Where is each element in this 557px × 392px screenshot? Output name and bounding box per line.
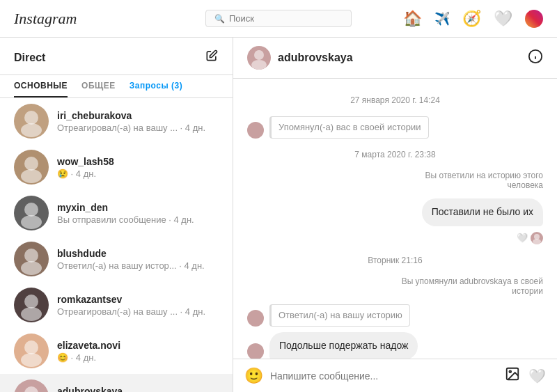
msg-avatar: [247, 122, 264, 139]
emoji-button[interactable]: 🙂: [244, 367, 263, 385]
svg-point-9: [21, 307, 42, 321]
chat-avatar: [247, 46, 271, 70]
image-icon[interactable]: [505, 366, 520, 385]
conv-username: blushdude: [57, 248, 219, 259]
logo: Instagram: [14, 10, 77, 28]
conv-info: myxin_den Вы отправили сообщение · 4 дн.: [57, 202, 219, 225]
svg-point-0: [24, 111, 38, 125]
list-item[interactable]: adubrovskaya Упомянул(-а) вас в своей ..…: [0, 374, 233, 392]
list-item[interactable]: blushdude Ответил(-а) на вашу истор... ·…: [0, 236, 233, 282]
svg-point-28: [509, 370, 511, 373]
conv-username: adubrovskaya: [57, 386, 219, 393]
avatar: [14, 379, 49, 392]
conv-preview: Вы отправили сообщение · 4 дн.: [57, 214, 219, 225]
avatar: [14, 288, 49, 322]
avatar[interactable]: [525, 10, 543, 28]
svg-point-21: [251, 60, 267, 70]
message-input[interactable]: [270, 370, 498, 382]
top-nav: Instagram 🔍 🏠 ✈️ 🧭 🤍: [0, 0, 557, 38]
tab-requests[interactable]: Запросы (3): [130, 81, 182, 97]
msg-avatar: [247, 343, 264, 359]
conv-preview: 😊 · 4 дн.: [57, 352, 219, 363]
svg-point-5: [21, 215, 42, 229]
tab-main[interactable]: ОСНОВНЫЕ: [14, 81, 68, 97]
list-item[interactable]: iri_cheburakova Отреагировал(-а) на вашу…: [0, 98, 233, 144]
svg-point-1: [21, 123, 42, 137]
msg-avatar: [247, 310, 264, 327]
conv-username: romkazantsev: [57, 294, 219, 305]
chat-header: adubrovskaya: [233, 38, 557, 79]
conv-preview: 😢 · 4 дн.: [57, 168, 219, 179]
svg-point-4: [24, 203, 38, 217]
conv-info: elizaveta.novi 😊 · 4 дн.: [57, 340, 219, 363]
svg-point-3: [21, 169, 42, 183]
sidebar: Direct ОСНОВНЫЕ ОБЩЕЕ Запросы (3) iri_ch…: [0, 38, 233, 392]
avatar: [14, 242, 49, 276]
date-separator: 27 января 2020 г. 14:24: [247, 95, 543, 105]
heart-icon[interactable]: 🤍: [494, 10, 512, 28]
search-input[interactable]: [229, 13, 343, 24]
date-separator: Вторник 21:16: [247, 256, 543, 265]
sidebar-tabs: ОСНОВНЫЕ ОБЩЕЕ Запросы (3): [0, 75, 233, 98]
tab-general[interactable]: ОБЩЕЕ: [81, 81, 116, 97]
messages: 27 января 2020 г. 14:24 Упомянул(-а) вас…: [233, 79, 557, 359]
conversations-list: iri_cheburakova Отреагировал(-а) на вашу…: [0, 98, 233, 392]
date-separator: 7 марта 2020 г. 23:38: [247, 150, 543, 159]
compass-icon[interactable]: 🧭: [462, 10, 481, 28]
message-bubble: Подольше подержать надож: [269, 332, 418, 359]
heart-icon[interactable]: 🤍: [528, 368, 546, 384]
message-row: Подольше подержать надож: [247, 332, 543, 359]
context-note: Вы ответили на историю этогочеловека: [247, 171, 543, 190]
message-row: Ответил(-а) на вашу историю: [247, 304, 543, 327]
sidebar-header: Direct: [0, 38, 233, 75]
conv-info: adubrovskaya Упомянул(-а) вас в своей ..…: [57, 386, 219, 393]
info-icon[interactable]: [528, 49, 543, 68]
conv-info: blushdude Ответил(-а) на вашу истор... ·…: [57, 248, 219, 271]
message-bubble: Ответил(-а) на вашу историю: [269, 304, 410, 327]
conv-info: romkazantsev Отреагировал(-а) на вашу ..…: [57, 294, 219, 317]
svg-point-6: [24, 249, 38, 262]
conv-username: myxin_den: [57, 202, 219, 213]
chat-user[interactable]: adubrovskaya: [247, 46, 353, 70]
svg-point-11: [21, 353, 42, 367]
message-row: Упомянул(-а) вас в своей истории: [247, 116, 543, 139]
nav-icons: 🏠 ✈️ 🧭 🤍: [403, 10, 543, 28]
conv-preview: Отреагировал(-а) на вашу ... · 4 дн.: [57, 123, 219, 133]
context-note: Вы упомянули adubrovskaya в своейистории: [247, 276, 543, 296]
compose-icon[interactable]: [205, 49, 219, 66]
chat-input-bar: 🙂 🤍: [233, 359, 557, 392]
list-item[interactable]: elizaveta.novi 😊 · 4 дн.: [0, 328, 233, 374]
conv-username: iri_cheburakova: [57, 110, 219, 121]
svg-point-20: [254, 50, 264, 60]
list-item[interactable]: wow_lash58 😢 · 4 дн.: [0, 144, 233, 190]
heart-reaction-icon: 🤍: [517, 233, 528, 243]
main-layout: Direct ОСНОВНЫЕ ОБЩЕЕ Запросы (3) iri_ch…: [0, 38, 557, 392]
svg-point-8: [24, 295, 38, 308]
list-item[interactable]: myxin_den Вы отправили сообщение · 4 дн.: [0, 190, 233, 236]
send-icon[interactable]: ✈️: [434, 11, 450, 26]
reaction-avatar: [531, 232, 543, 244]
conv-info: wow_lash58 😢 · 4 дн.: [57, 156, 219, 179]
svg-point-26: [533, 239, 541, 244]
sidebar-title: Direct: [14, 52, 45, 64]
message-bubble: Упомянул(-а) вас в своей истории: [269, 116, 429, 139]
conv-username: elizaveta.novi: [57, 340, 219, 351]
conv-preview: Отреагировал(-а) на вашу ... · 4 дн.: [57, 306, 219, 317]
avatar: [14, 334, 49, 368]
avatar: [14, 150, 49, 185]
message-meta: 🤍: [247, 232, 543, 244]
conv-info: iri_cheburakova Отреагировал(-а) на вашу…: [57, 110, 219, 133]
svg-point-25: [534, 234, 540, 240]
input-actions: 🤍: [505, 366, 546, 385]
svg-point-10: [24, 340, 38, 354]
conv-preview: Ответил(-а) на вашу истор... · 4 дн.: [57, 260, 219, 271]
conv-username: wow_lash58: [57, 156, 219, 167]
search-icon: 🔍: [214, 14, 225, 24]
message-bubble: Поставили не было их: [422, 198, 543, 226]
search-bar[interactable]: 🔍: [205, 10, 352, 27]
chat-username: adubrovskaya: [278, 52, 353, 64]
svg-point-12: [24, 386, 38, 392]
home-icon[interactable]: 🏠: [403, 10, 422, 28]
svg-point-2: [24, 157, 38, 171]
list-item[interactable]: romkazantsev Отреагировал(-а) на вашу ..…: [0, 282, 233, 328]
